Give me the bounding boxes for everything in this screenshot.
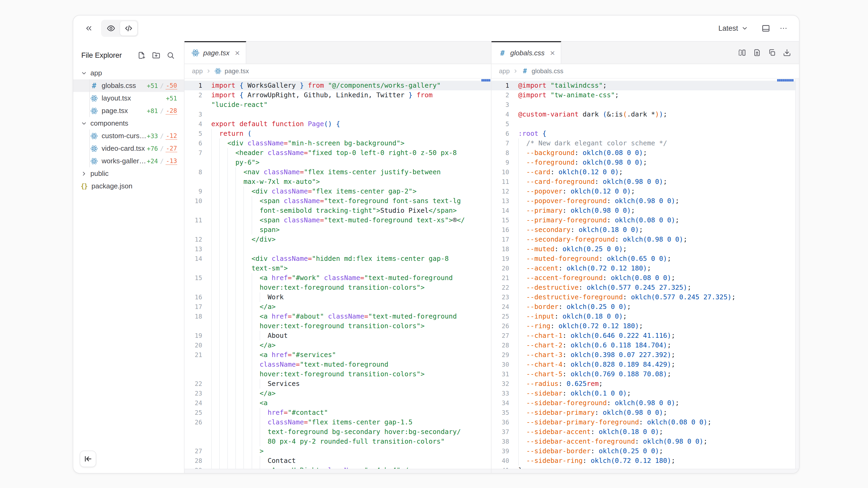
vertical-scrollbar[interactable] xyxy=(795,78,799,469)
code-editor-page-tsx[interactable]: 1import { WorksGallery } from "@/compone… xyxy=(185,78,491,473)
line-number xyxy=(185,427,202,437)
folder-components[interactable]: components xyxy=(73,117,184,130)
file-item-custom-curs[interactable]: custom-curs…+33/-12 xyxy=(73,130,184,142)
code-line: 11 --card-foreground: oklch(0.98 0 0); xyxy=(492,177,799,187)
code-line: 30 --chart-4: oklch(0.828 0.189 84.429); xyxy=(492,360,799,369)
code-line: 12 --popover: oklch(0.12 0 0); xyxy=(492,187,799,196)
close-tab-icon[interactable]: × xyxy=(550,48,555,57)
line-number: 10 xyxy=(492,167,509,177)
line-number: 40 xyxy=(492,456,509,465)
line-number: 18 xyxy=(492,244,509,254)
line-number: 26 xyxy=(185,418,202,427)
version-selector[interactable]: Latest xyxy=(718,24,748,33)
line-number: 11 xyxy=(492,177,509,187)
line-number: 1 xyxy=(185,81,202,90)
line-number: 9 xyxy=(492,158,509,167)
file-item-package.json[interactable]: {}package.json xyxy=(73,180,184,192)
editor-pane-globals-css: # globals.css × xyxy=(491,41,799,473)
line-number: 28 xyxy=(492,340,509,350)
line-number: 11 xyxy=(185,216,202,225)
line-number: 17 xyxy=(185,302,202,312)
code-line: 1@import "tailwindcss"; xyxy=(492,81,799,90)
chevron-right-icon xyxy=(206,68,211,74)
preview-toggle-button[interactable] xyxy=(102,21,120,36)
panel-layout-button[interactable] xyxy=(758,21,773,36)
new-file-button[interactable] xyxy=(135,49,148,62)
file-item-layout.tsx[interactable]: layout.tsx+51 xyxy=(73,92,184,104)
code-line: 9 <div className="flex items-center gap-… xyxy=(185,187,491,196)
line-number: 34 xyxy=(492,398,509,408)
diff-stats: +24/-13 xyxy=(147,157,177,165)
folder-public[interactable]: public xyxy=(73,167,184,180)
line-number: 8 xyxy=(492,148,509,158)
horizontal-scrollbar[interactable] xyxy=(185,469,491,473)
breadcrumb-file[interactable]: page.tsx xyxy=(225,67,249,75)
file-diff-button[interactable] xyxy=(751,46,763,59)
diff-stats: +33/-12 xyxy=(147,132,177,140)
code-line: 21 --accent-foreground: oklch(0.08 0 0); xyxy=(492,273,799,283)
code-line: 4@custom-variant dark (&:is(.dark *)); xyxy=(492,109,799,119)
breadcrumb-file[interactable]: globals.css xyxy=(532,67,563,75)
code-line: 11 <span className="text-muted-foregroun… xyxy=(185,216,491,225)
horizontal-scrollbar[interactable] xyxy=(492,469,799,473)
download-button[interactable] xyxy=(781,46,793,59)
line-number: 22 xyxy=(492,283,509,292)
diff-stats: +81/-28 xyxy=(147,107,177,115)
chevrons-left-icon xyxy=(85,24,93,33)
close-tab-icon[interactable]: × xyxy=(235,48,240,57)
code-line: 22 Services xyxy=(185,379,491,389)
line-number: 14 xyxy=(492,206,509,216)
line-number: 3 xyxy=(492,100,509,109)
line-number xyxy=(185,177,202,187)
react-icon xyxy=(90,132,98,140)
file-plus-icon xyxy=(138,51,146,59)
code-toggle-button[interactable] xyxy=(120,21,137,36)
tab-page-tsx[interactable]: page.tsx × xyxy=(185,41,246,64)
file-item-globals.css[interactable]: #globals.css+51/-50 xyxy=(73,79,184,92)
split-editor-button[interactable] xyxy=(736,46,748,59)
search-files-button[interactable] xyxy=(164,49,177,62)
collapse-sidebar-button[interactable] xyxy=(80,451,96,467)
file-item-works-galler[interactable]: works-galler…+24/-13 xyxy=(73,155,184,167)
diff-stats: +51 xyxy=(166,95,177,102)
react-icon xyxy=(90,157,98,165)
file-explorer: File Explorer app#globals.css+51/-50layo… xyxy=(73,41,185,473)
search-icon xyxy=(166,51,175,59)
more-options-button[interactable] xyxy=(776,21,791,36)
react-icon xyxy=(90,107,98,115)
code-line: 25 href="#contact" xyxy=(185,408,491,418)
css-hash-icon: # xyxy=(90,82,98,90)
new-folder-button[interactable] xyxy=(150,49,163,62)
code-editor-globals-css[interactable]: 1@import "tailwindcss";2@import "tw-anim… xyxy=(492,78,799,473)
code-line: 24 --border: oklch(0.25 0 0); xyxy=(492,302,799,312)
code-line: 19 About xyxy=(185,331,491,340)
code-line: 15 <a href="#work" className="text-muted… xyxy=(185,273,491,283)
line-number: 27 xyxy=(492,331,509,340)
line-number xyxy=(185,369,202,379)
code-line: 2import { ArrowUpRight, Github, Linkedin… xyxy=(185,90,491,100)
code-line: "lucide-react" xyxy=(185,100,491,109)
copy-button[interactable] xyxy=(766,46,778,59)
code-line: 18 --muted: oklch(0.25 0 0); xyxy=(492,244,799,254)
code-line: 32 --radius: 0.625rem; xyxy=(492,379,799,389)
collapse-panel-button[interactable] xyxy=(81,21,96,36)
line-number: 19 xyxy=(185,331,202,340)
code-line: max-w-7xl mx-auto"> xyxy=(185,177,491,187)
code-line: 31 --chart-5: oklch(0.769 0.188 70.08); xyxy=(492,369,799,379)
breadcrumb-root[interactable]: app xyxy=(499,67,510,75)
line-number xyxy=(185,158,202,167)
code-line: 36 --sidebar-primary-foreground: oklch(0… xyxy=(492,418,799,427)
file-item-page.tsx[interactable]: page.tsx+81/-28 xyxy=(73,104,184,117)
file-item-video-card.tsx[interactable]: video-card.tsx+76/-27 xyxy=(73,142,184,155)
line-number: 27 xyxy=(185,446,202,456)
code-line: 3 xyxy=(492,100,799,109)
code-line: 6:root { xyxy=(492,129,799,138)
folder-app[interactable]: app xyxy=(73,67,184,79)
line-number: 14 xyxy=(185,254,202,263)
breadcrumb-root[interactable]: app xyxy=(192,67,203,75)
tab-globals-css[interactable]: # globals.css × xyxy=(492,41,561,64)
download-icon xyxy=(783,48,791,57)
code-line: hover:text-foreground transition-colors"… xyxy=(185,321,491,331)
line-number: 15 xyxy=(492,216,509,225)
breadcrumb-page-tsx: app page.tsx xyxy=(185,64,491,78)
